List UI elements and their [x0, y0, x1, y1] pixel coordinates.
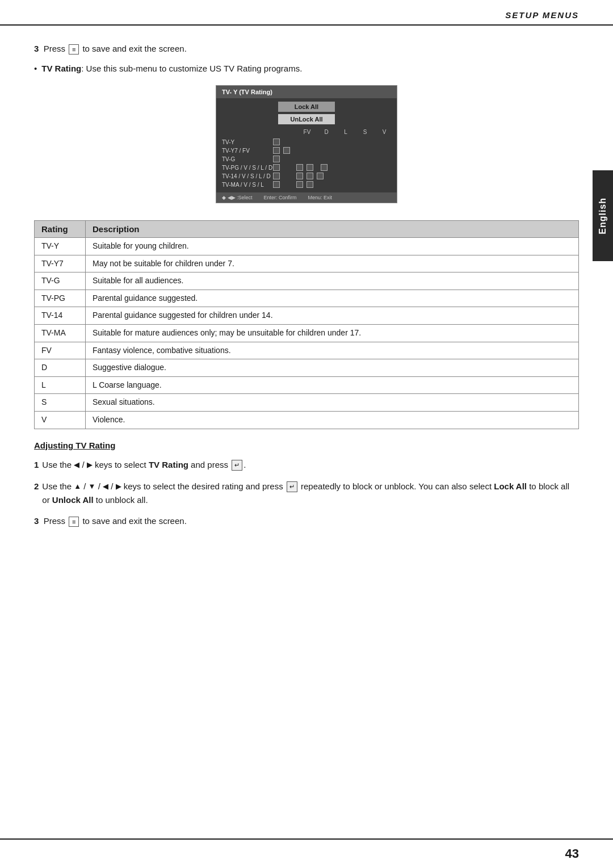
- table-cell-description: Fantasy violence, combative situations.: [86, 342, 579, 359]
- left-arrow-icon-2: ◀: [103, 481, 108, 493]
- table-header-description: Description: [86, 221, 579, 238]
- table-cell-description: Parental guidance suggested.: [86, 290, 579, 307]
- table-row: FVFantasy violence, combative situations…: [35, 342, 579, 359]
- menu-icon-step3: ≡: [69, 44, 79, 54]
- adjusting-tv-rating-heading: Adjusting TV Rating: [34, 441, 579, 450]
- table-row: TV-14Parental guidance suggested for chi…: [35, 307, 579, 325]
- table-row: DSuggestive dialogue.: [35, 359, 579, 377]
- tv-rating-row-tvma: TV-MA / V / S / L: [222, 181, 391, 188]
- table-cell-description: Sexual situations.: [86, 394, 579, 412]
- table-row: TV-GSuitable for all audiences.: [35, 272, 579, 290]
- menu-icon-step3b: ≡: [69, 517, 79, 527]
- page-footer: 43: [0, 838, 613, 868]
- checkbox-tvpg-2[interactable]: [296, 164, 303, 171]
- table-cell-rating: D: [35, 359, 86, 377]
- table-cell-description: Suggestive dialogue.: [86, 359, 579, 377]
- main-content: 3 Press ≡ to save and exit the screen. •…: [0, 43, 613, 527]
- checkbox-tv14-3[interactable]: [306, 173, 313, 179]
- right-arrow-icon-2: ▶: [116, 481, 121, 493]
- tv-rating-ui-header: TV- Y (TV Rating): [216, 86, 397, 98]
- checkbox-tv14-1[interactable]: [273, 173, 280, 179]
- checkbox-tv14-4[interactable]: [317, 173, 324, 179]
- table-cell-rating: V: [35, 411, 86, 429]
- tv-rating-bullet-text: Use this sub-menu to customize US TV Rat…: [86, 64, 303, 73]
- page-header: SETUP MENUS: [0, 0, 613, 26]
- language-tab-label: English: [598, 198, 608, 234]
- step3-first: 3 Press ≡ to save and exit the screen.: [34, 43, 579, 56]
- lock-all-button[interactable]: Lock All: [278, 102, 335, 112]
- right-arrow-icon: ▶: [87, 459, 93, 471]
- checkbox-tvpg-3[interactable]: [306, 164, 313, 171]
- tv-rating-footer: ◆ ◀▶ :Select Enter: Confirm Menu: Exit: [216, 192, 397, 203]
- unlock-all-button[interactable]: UnLock All: [278, 114, 335, 124]
- table-cell-rating: TV-MA: [35, 324, 86, 342]
- table-cell-description: Suitable for all audiences.: [86, 272, 579, 290]
- checkbox-tvy7-d[interactable]: [283, 147, 290, 154]
- tv-footer-enter: Enter: Confirm: [264, 195, 297, 200]
- checkbox-tvma-1[interactable]: [273, 181, 280, 188]
- checkbox-tvpg-1[interactable]: [273, 164, 280, 171]
- tv-rating-row-tvy7: TV-Y7 / FV: [222, 147, 391, 154]
- table-row: SSexual situations.: [35, 394, 579, 412]
- enter-icon-step2: ↵: [287, 481, 297, 493]
- tv-rating-bullet: • TV Rating: Use this sub-menu to custom…: [34, 62, 579, 76]
- table-row: TV-Y7May not be suitable for children un…: [35, 255, 579, 272]
- header-title: SETUP MENUS: [505, 10, 579, 20]
- table-cell-description: Suitable for young children.: [86, 238, 579, 255]
- language-tab: English: [593, 170, 613, 261]
- tv-rating-row-tvg: TV-G: [222, 156, 391, 162]
- checkbox-tv14-2[interactable]: [296, 173, 303, 179]
- tv-footer-menu: Menu: Exit: [308, 195, 333, 200]
- tv-rating-row-tvpg: TV-PG / V / S / L / D: [222, 164, 391, 171]
- table-cell-rating: L: [35, 376, 86, 394]
- checkbox-tvpg-4[interactable]: [321, 164, 328, 171]
- down-arrow-icon: ▼: [89, 481, 96, 493]
- table-cell-rating: S: [35, 394, 86, 412]
- table-row: TV-PGParental guidance suggested.: [35, 290, 579, 307]
- table-cell-rating: TV-Y: [35, 238, 86, 255]
- checkbox-tvg-fv[interactable]: [273, 156, 280, 162]
- table-cell-description: May not be suitable for children under 7…: [86, 255, 579, 272]
- tv-rating-row-tv14: TV-14 / V / S / L / D: [222, 173, 391, 179]
- table-cell-description: Parental guidance suggested for children…: [86, 307, 579, 325]
- table-cell-rating: TV-Y7: [35, 255, 86, 272]
- tv-rating-ui-box: TV- Y (TV Rating) Lock All UnLock All FV…: [216, 85, 397, 203]
- enter-icon-step1: ↵: [232, 460, 242, 471]
- table-row: TV-MASuitable for mature audiences only;…: [35, 324, 579, 342]
- table-cell-rating: TV-G: [35, 272, 86, 290]
- table-cell-description: L Coarse language.: [86, 376, 579, 394]
- checkbox-tvma-3[interactable]: [306, 181, 313, 188]
- table-row: VViolence.: [35, 411, 579, 429]
- table-row: LL Coarse language.: [35, 376, 579, 394]
- page-number: 43: [565, 846, 579, 861]
- description-table: Rating Description TV-YSuitable for youn…: [34, 220, 579, 429]
- checkbox-tvy7-fv[interactable]: [273, 147, 280, 154]
- table-cell-description: Suitable for mature audiences only; may …: [86, 324, 579, 342]
- table-cell-rating: TV-14: [35, 307, 86, 325]
- checkbox-tvma-2[interactable]: [296, 181, 303, 188]
- table-row: TV-YSuitable for young children.: [35, 238, 579, 255]
- table-cell-rating: TV-PG: [35, 290, 86, 307]
- left-arrow-icon: ◀: [74, 459, 79, 471]
- tv-rating-buttons: Lock All UnLock All: [216, 98, 397, 128]
- table-cell-description: Violence.: [86, 411, 579, 429]
- table-cell-rating: FV: [35, 342, 86, 359]
- table-header-rating: Rating: [35, 221, 86, 238]
- tv-rating-rows: TV-Y TV-Y7 / FV TV-G: [216, 136, 397, 190]
- tv-rating-row-tvy: TV-Y: [222, 139, 391, 145]
- tv-rating-column-labels: FV D L S V: [216, 128, 394, 136]
- tv-rating-label: TV Rating: [41, 64, 81, 73]
- step3-second: 3 Press ≡ to save and exit the screen.: [34, 515, 579, 528]
- tv-footer-select: ◆ ◀▶ :Select: [222, 195, 253, 200]
- instruction-step-1: 1 Use the ◀ / ▶ keys to select TV Rating…: [34, 458, 579, 472]
- checkbox-tvy-fv[interactable]: [273, 139, 280, 145]
- instruction-step-2: 2 Use the ▲ / ▼ / ◀ / ▶ keys to select t…: [34, 480, 579, 507]
- up-arrow-icon: ▲: [74, 481, 81, 493]
